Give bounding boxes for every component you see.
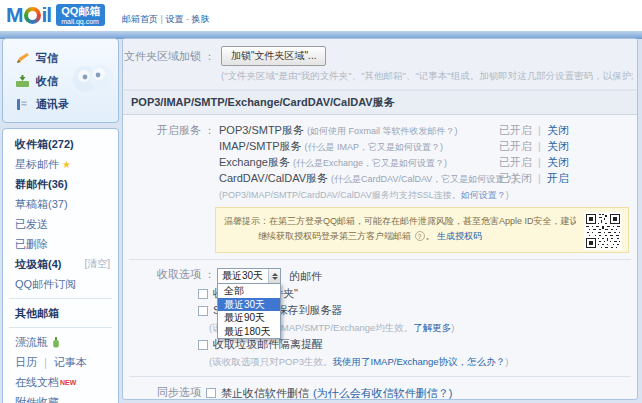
service-row-pop3: POP3/SMTP服务 (如何使用 Foxmail 等软件收发邮件？) 已开启 … xyxy=(215,123,637,139)
notebook-label[interactable]: 记事本 xyxy=(54,355,87,370)
logo-ring-icon xyxy=(24,7,41,24)
toggle-service-link[interactable]: 关闭 xyxy=(547,124,569,136)
folder-label: 草稿箱(37) xyxy=(15,197,68,212)
forbid-delete-checkbox[interactable] xyxy=(206,388,216,398)
why-delete-link[interactable]: (为什么会有收信软件删信？) xyxy=(313,386,452,401)
logo-badge: QQ邮箱 mail.qq.com xyxy=(56,4,105,26)
nav-skin-link[interactable]: 换肤 xyxy=(191,14,209,24)
dropdown-option-30days[interactable]: 最近30天 xyxy=(218,298,280,312)
folder-label: 收件箱(272) xyxy=(15,137,74,152)
folder-label: 漂流瓶 xyxy=(15,335,48,350)
pop3-only-note: (该收取选项只对POP3生效。我使用了IMAP/Exchange协议，怎么办？) xyxy=(209,353,637,370)
folder-lock-note: ("文件夹区域"是由"我的文件夹"、"其他邮箱"、"记事本"组成。加锁即对这几部… xyxy=(221,70,633,83)
service-help-note[interactable]: (什么是Exchange，它又是如何设置？) xyxy=(293,158,447,168)
nav-separator: | xyxy=(161,14,163,24)
lock-folder-button[interactable]: 加锁"文件夹区域"... xyxy=(221,46,326,66)
sidebar-item-sent[interactable]: 已发送 xyxy=(3,214,118,234)
services-label: 开启服务 ： xyxy=(123,123,215,202)
ssl-howto-link[interactable]: 如何设置？ xyxy=(461,190,506,200)
service-status: 已开启 | 关闭 xyxy=(499,139,569,154)
ssl-support-note: (POP3/IMAP/SMTP/CardDAV/CalDAV服务均支持SSL连接… xyxy=(219,189,637,202)
service-status: 已开启 | 关闭 xyxy=(499,155,569,170)
logo-letter-m: M xyxy=(6,3,23,27)
sidebar-item-inbox[interactable]: 收件箱(272) xyxy=(3,134,118,154)
sync-options-section: 同步选项 ： 禁止收信软件删信 (为什么会有收信软件删信？) (该收取选项只对P… xyxy=(123,377,637,400)
service-help-note[interactable]: (什么是 IMAP，它又是如何设置？) xyxy=(305,142,444,152)
inbox-icon xyxy=(15,75,30,88)
my-folder-checkbox[interactable] xyxy=(198,289,208,299)
folder-label: 星标邮件 xyxy=(15,157,59,172)
sidebar-item-label: 收信 xyxy=(36,74,58,89)
select-spinner[interactable] xyxy=(268,269,280,283)
fetch-range-select[interactable]: 最近30天 xyxy=(217,268,281,284)
fetch-range-dropdown-menu: 全部 最近30天 最近90天 最近180天 xyxy=(217,283,281,339)
calendar-label[interactable]: 日历 xyxy=(15,355,37,370)
dropdown-option-all[interactable]: 全部 xyxy=(218,284,280,298)
folder-label: 已发送 xyxy=(15,217,48,232)
logo-badge-domain: mail.qq.com xyxy=(61,18,100,25)
help-question-icon[interactable]: ? xyxy=(415,231,425,241)
header-nav: 邮箱首页 | 设置 - 换肤 xyxy=(122,13,209,26)
warm-tip-box: 温馨提示：在第三方登录QQ邮箱，可能存在邮件泄露风险，甚至危害Apple ID安… xyxy=(215,207,629,253)
settings-main-panel: 文件夹区域加锁 ： 加锁"文件夹区域"... ("文件夹区域"是由"我的文件夹"… xyxy=(122,38,638,400)
fetch-options-section: 收取选项 ： 最近30天 的邮件 收取"我的文件夹" xyxy=(123,260,637,376)
status-separator: | xyxy=(538,140,541,152)
imap-exchange-help-link[interactable]: 我使用了IMAP/Exchange协议，怎么办？ xyxy=(333,356,506,367)
sidebar-item-online-docs[interactable]: 在线文档 NEW xyxy=(3,372,118,392)
folder-label: QQ邮件订阅 xyxy=(15,277,76,292)
separator: ｜ xyxy=(40,355,51,370)
sidebar-item-drift-bottle[interactable]: 漂流瓶 xyxy=(3,332,118,352)
empty-junk-link[interactable]: [清空] xyxy=(84,257,110,271)
service-status: 已关闭 | 开启 xyxy=(499,171,569,186)
sidebar-item-deleted[interactable]: 已删除 xyxy=(3,234,118,254)
sidebar-item-drafts[interactable]: 草稿箱(37) xyxy=(3,194,118,214)
status-text: 已开启 xyxy=(499,124,532,136)
star-icon: ★ xyxy=(62,159,71,170)
toggle-service-link[interactable]: 关闭 xyxy=(547,140,569,152)
sidebar-item-contacts[interactable]: 通讯录 xyxy=(3,93,118,116)
service-help-note[interactable]: (什么是CardDAV/CalDAV，它又是如何设置？) xyxy=(331,174,516,184)
status-text: 已开启 xyxy=(499,156,532,168)
dropdown-option-90days[interactable]: 最近90天 xyxy=(218,311,280,325)
logo-letter-il: il xyxy=(42,3,52,27)
service-help-note[interactable]: (如何使用 Foxmail 等软件收发邮件？) xyxy=(307,126,458,136)
sync-options-content: 禁止收信软件删信 (为什么会有收信软件删信？) (该收取选项只对POP3生效。) xyxy=(215,385,637,400)
service-row-exchange: Exchange服务 (什么是Exchange，它又是如何设置？) 已开启 | … xyxy=(215,155,637,171)
sidebar: 写信 收信 通讯录 收件箱(272) 星标邮件 ★ xyxy=(2,38,119,403)
sidebar-item-calendar-notebook[interactable]: 日历 ｜ 记事本 xyxy=(3,352,118,372)
qqmail-logo[interactable]: M il QQ邮箱 mail.qq.com xyxy=(6,3,105,27)
sync-options-label: 同步选项 ： xyxy=(123,385,215,400)
sidebar-item-group-mail[interactable]: 群邮件(36) xyxy=(3,174,118,194)
address-book-icon xyxy=(15,98,30,111)
sidebar-item-compose[interactable]: 写信 xyxy=(3,47,118,70)
service-row-imap: IMAP/SMTP服务 (什么是 IMAP，它又是如何设置？) 已开启 | 关闭 xyxy=(215,139,637,155)
service-name: IMAP/SMTP服务 xyxy=(219,140,302,152)
status-text: 已关闭 xyxy=(499,172,532,184)
service-status: 已开启 | 关闭 xyxy=(499,123,569,138)
generate-auth-code-link[interactable]: 生成授权码 xyxy=(437,231,482,241)
learn-more-link[interactable]: 了解更多 xyxy=(413,322,451,333)
sidebar-item-attachments[interactable]: 附件收藏 xyxy=(3,392,118,403)
sidebar-item-starred[interactable]: 星标邮件 ★ xyxy=(3,154,118,174)
smtp-save-checkbox[interactable] xyxy=(198,306,208,316)
spam-reminder-checkbox[interactable] xyxy=(198,340,208,350)
sidebar-item-junk[interactable]: 垃圾箱(4) [清空] xyxy=(3,254,118,274)
tip-line1: 温馨提示：在第三方登录QQ邮箱，可能存在邮件泄露风险，甚至危害Apple ID安… xyxy=(224,214,576,229)
toggle-service-link[interactable]: 关闭 xyxy=(547,156,569,168)
nav-settings-link[interactable]: 设置 xyxy=(165,14,183,24)
status-text: 已开启 xyxy=(499,140,532,152)
sidebar-divider xyxy=(9,327,112,328)
toggle-service-link[interactable]: 开启 xyxy=(547,172,569,184)
services-section: 开启服务 ： POP3/SMTP服务 (如何使用 Foxmail 等软件收发邮件… xyxy=(123,123,637,202)
folder-label: 已删除 xyxy=(15,237,48,252)
dropdown-option-180days[interactable]: 最近180天 xyxy=(218,325,280,339)
nav-mail-home-link[interactable]: 邮箱首页 xyxy=(122,14,158,24)
nav-dash: - xyxy=(186,14,189,24)
service-name: POP3/SMTP服务 xyxy=(219,124,304,136)
sidebar-item-subscriptions[interactable]: QQ邮件订阅 xyxy=(3,274,118,294)
sidebar-item-other-mailbox[interactable]: 其他邮箱 xyxy=(3,303,118,323)
sidebar-item-receive[interactable]: 收信 xyxy=(3,70,118,93)
bottle-icon xyxy=(52,337,60,348)
folder-label: 群邮件(36) xyxy=(15,177,68,192)
note-text: (该收取选项只对POP3生效。 xyxy=(209,356,333,367)
